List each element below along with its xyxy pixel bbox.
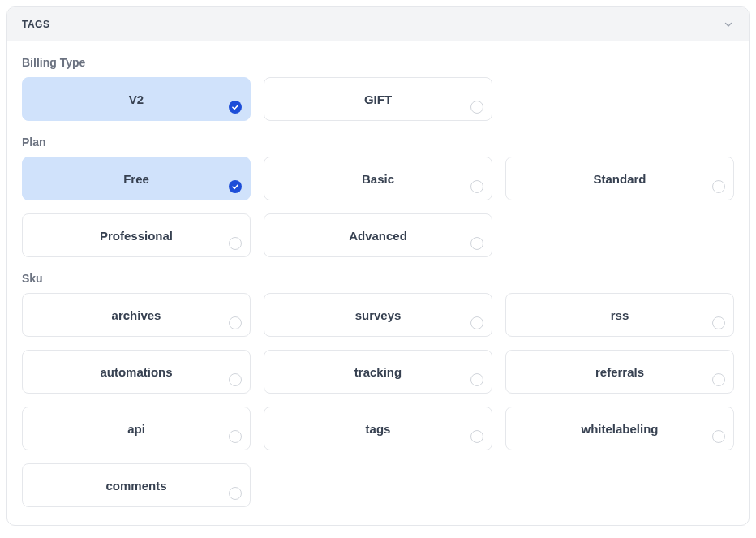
group-label: Sku (22, 272, 734, 285)
option-sku-surveys[interactable]: surveys (264, 293, 492, 337)
radio-unchecked-icon (229, 487, 242, 500)
options-container: archivessurveysrssautomationstrackingref… (22, 293, 734, 507)
radio-unchecked-icon (712, 316, 725, 329)
option-label: GIFT (364, 93, 392, 106)
option-sku-whitelabeling[interactable]: whitelabeling (505, 407, 734, 450)
radio-unchecked-icon (229, 237, 242, 250)
group-billing-type: Billing TypeV2GIFT (22, 56, 734, 121)
radio-unchecked-icon (229, 316, 242, 329)
option-label: archives (112, 308, 161, 322)
option-label: whitelabeling (581, 422, 658, 436)
chevron-down-icon (723, 19, 734, 30)
option-sku-referrals[interactable]: referrals (505, 350, 734, 394)
check-circle-icon (229, 101, 242, 114)
radio-unchecked-icon (712, 180, 725, 193)
radio-unchecked-icon (470, 237, 483, 250)
radio-unchecked-icon (470, 101, 483, 114)
tags-panel-body: Billing TypeV2GIFTPlanFreeBasicStandardP… (7, 41, 749, 525)
option-label: tags (366, 422, 391, 436)
option-label: surveys (355, 308, 402, 322)
radio-unchecked-icon (712, 430, 725, 443)
option-billing-type-gift[interactable]: GIFT (264, 77, 492, 121)
option-sku-comments[interactable]: comments (22, 463, 251, 507)
option-billing-type-v2[interactable]: V2 (22, 77, 251, 121)
radio-unchecked-icon (229, 430, 242, 443)
group-plan: PlanFreeBasicStandardProfessionalAdvance… (22, 136, 734, 257)
option-label: Professional (100, 229, 173, 243)
check-circle-icon (229, 180, 242, 193)
option-label: Advanced (349, 229, 407, 243)
option-label: api (127, 422, 145, 436)
option-plan-advanced[interactable]: Advanced (264, 213, 492, 257)
radio-unchecked-icon (470, 180, 483, 193)
radio-unchecked-icon (470, 430, 483, 443)
option-label: referrals (595, 365, 644, 379)
options-container: V2GIFT (22, 77, 734, 121)
option-label: Basic (362, 172, 394, 186)
group-label: Plan (22, 136, 734, 148)
option-label: V2 (129, 93, 144, 106)
radio-unchecked-icon (470, 373, 483, 386)
option-label: rss (611, 308, 629, 322)
tags-panel-header[interactable]: TAGS (7, 7, 749, 41)
option-label: tracking (354, 365, 402, 379)
option-plan-free[interactable]: Free (22, 157, 251, 200)
option-sku-api[interactable]: api (22, 407, 251, 450)
option-plan-basic[interactable]: Basic (264, 157, 492, 200)
group-sku: Skuarchivessurveysrssautomationstracking… (22, 272, 734, 507)
option-label: Free (123, 172, 149, 186)
option-plan-standard[interactable]: Standard (505, 157, 734, 200)
option-label: Standard (593, 172, 646, 186)
radio-unchecked-icon (229, 373, 242, 386)
option-sku-tags[interactable]: tags (264, 407, 492, 450)
option-label: comments (105, 479, 166, 493)
option-sku-automations[interactable]: automations (22, 350, 251, 394)
option-sku-rss[interactable]: rss (505, 293, 734, 337)
option-sku-tracking[interactable]: tracking (264, 350, 492, 394)
option-sku-archives[interactable]: archives (22, 293, 251, 337)
option-label: automations (100, 365, 172, 379)
radio-unchecked-icon (712, 373, 725, 386)
panel-title: TAGS (22, 19, 49, 30)
options-container: FreeBasicStandardProfessionalAdvanced (22, 157, 734, 257)
option-plan-professional[interactable]: Professional (22, 213, 251, 257)
group-label: Billing Type (22, 56, 734, 69)
radio-unchecked-icon (470, 316, 483, 329)
tags-panel: TAGS Billing TypeV2GIFTPlanFreeBasicStan… (6, 6, 750, 526)
